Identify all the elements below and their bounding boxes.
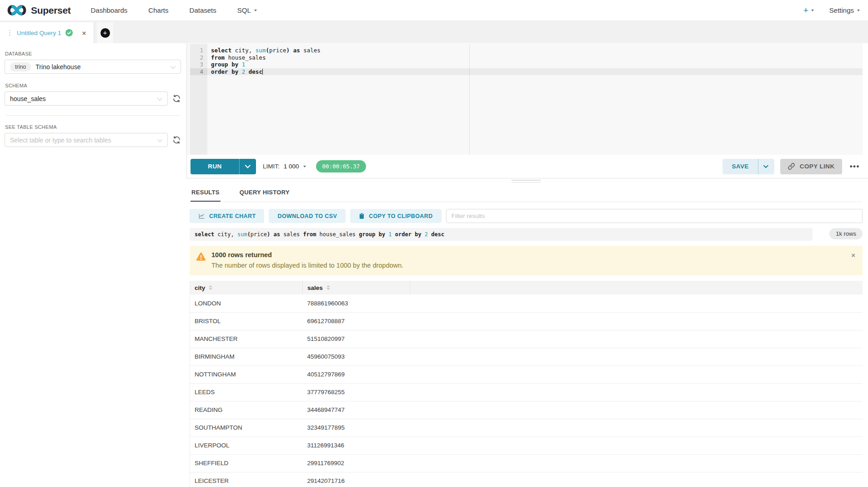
refresh-icon: [172, 136, 181, 144]
table-row: MANCHESTER51510820997: [190, 330, 863, 348]
schema-select[interactable]: house_sales: [5, 91, 168, 106]
cell-city: LONDON: [190, 294, 303, 312]
nav-dashboards[interactable]: Dashboards: [90, 6, 127, 14]
settings-menu[interactable]: Settings: [829, 6, 860, 14]
cell-sales: 69612708887: [303, 312, 410, 330]
save-button-label[interactable]: SAVE: [722, 159, 758, 174]
table-row: SHEFFIELD29911769902: [190, 454, 863, 472]
rows-limit-alert: 1000 rows returned The number of rows di…: [190, 246, 863, 275]
nav-charts[interactable]: Charts: [148, 6, 168, 14]
top-navbar: Superset Dashboards Charts Datasets SQL …: [0, 0, 868, 21]
clipboard-icon: [359, 213, 365, 219]
text-cursor: [262, 69, 263, 75]
sqllab-sidebar: DATABASE trino Trino lakehouse SCHEMA ho…: [0, 43, 186, 487]
table-select[interactable]: Select table or type to search tables: [5, 133, 168, 147]
chevron-down-icon: [245, 162, 251, 168]
cell-sales: 37779768255: [303, 383, 410, 401]
save-button[interactable]: SAVE: [722, 159, 774, 174]
save-options-button[interactable]: [758, 159, 774, 174]
cell-sales: 788861960063: [303, 294, 410, 312]
cell-sales: 34468947747: [303, 401, 410, 419]
row-count-badge: 1k rows: [829, 228, 863, 239]
tab-query-history[interactable]: QUERY HISTORY: [239, 187, 291, 202]
database-label: DATABASE: [5, 51, 181, 56]
query-tab-label: Untitled Query 1: [17, 30, 61, 36]
chevron-down-icon: [763, 163, 768, 168]
download-csv-button[interactable]: DOWNLOAD TO CSV: [269, 209, 346, 223]
chevron-down-icon: [157, 95, 162, 100]
editor-toolbar: RUN LIMIT: 1 000 00:00:05.37 SAVE COPY L…: [187, 155, 868, 178]
refresh-schemas-button[interactable]: [172, 94, 181, 103]
run-button[interactable]: RUN: [191, 159, 256, 174]
code-line[interactable]: 1select city, sum(price) as sales: [190, 47, 863, 54]
tab-untitled-query-1[interactable]: ⋮ Untitled Query 1 ×: [0, 22, 94, 43]
table-row: LONDON788861960063: [190, 294, 863, 312]
nav-sql[interactable]: SQL: [237, 6, 257, 14]
code-line[interactable]: 3group by 1: [190, 61, 863, 68]
copy-clipboard-button[interactable]: COPY TO CLIPBOARD: [350, 209, 441, 223]
chevron-down-icon: [303, 166, 306, 167]
results-table: city sales LONDON788861960063BRISTOL6961…: [190, 281, 863, 487]
add-tab-button[interactable]: +: [100, 28, 110, 38]
column-header-filler: [410, 281, 863, 294]
filter-results-input[interactable]: [446, 209, 863, 223]
refresh-tables-button[interactable]: [172, 136, 181, 144]
chevron-down-icon: [857, 10, 860, 11]
database-engine-tag: trino: [10, 62, 31, 71]
table-row: READING34468947747: [190, 401, 863, 419]
editor-code-lines[interactable]: 1select city, sum(price) as sales2from h…: [190, 47, 863, 75]
column-header-city[interactable]: city: [190, 281, 303, 294]
cell-sales: 45960075093: [303, 348, 410, 365]
warning-icon: [196, 252, 206, 261]
cell-sales: 29911769902: [303, 454, 410, 472]
table-row: LEEDS37779768255: [190, 383, 863, 401]
chevron-down-icon: [157, 137, 162, 142]
query-elapsed-timer: 00:00:05.37: [316, 160, 366, 172]
schema-label: SCHEMA: [5, 83, 181, 88]
cell-city: BRISTOL: [190, 312, 303, 330]
code-line[interactable]: 4order by 2 desc: [190, 68, 863, 76]
database-select-value: Trino lakehouse: [35, 63, 80, 71]
create-chart-button[interactable]: CREATE CHART: [190, 209, 264, 223]
see-table-schema-label: SEE TABLE SCHEMA: [5, 124, 181, 130]
close-tab-icon[interactable]: ×: [82, 29, 86, 37]
cell-filler: [410, 472, 863, 487]
cell-filler: [410, 401, 863, 419]
cell-sales: 29142071716: [303, 472, 410, 487]
plus-icon: +: [803, 6, 808, 15]
more-actions-button[interactable]: •••: [848, 162, 862, 171]
cell-filler: [410, 436, 863, 454]
table-row: BIRMINGHAM45960075093: [190, 348, 863, 365]
cell-city: BIRMINGHAM: [190, 348, 303, 365]
cell-sales: 31126991346: [303, 436, 410, 454]
database-select[interactable]: trino Trino lakehouse: [5, 60, 181, 74]
cell-city: SHEFFIELD: [190, 454, 303, 472]
sort-icon[interactable]: [209, 285, 212, 290]
run-options-button[interactable]: [239, 159, 256, 174]
link-icon: [788, 162, 795, 170]
drag-handle-icon[interactable]: ⋮: [6, 29, 13, 37]
nav-datasets[interactable]: Datasets: [190, 6, 216, 14]
alert-message: The number of rows displayed is limited …: [211, 262, 403, 269]
limit-dropdown[interactable]: LIMIT: 1 000: [263, 163, 306, 170]
cell-city: LEEDS: [190, 383, 303, 401]
sql-editor[interactable]: 1select city, sum(price) as sales2from h…: [187, 44, 863, 155]
code-line[interactable]: 2from house_sales: [190, 54, 863, 61]
column-header-sales[interactable]: sales: [303, 281, 410, 294]
copy-link-button[interactable]: COPY LINK: [780, 159, 842, 174]
line-number: 2: [190, 54, 207, 61]
pane-resize-handle[interactable]: [512, 180, 541, 183]
cell-filler: [410, 454, 863, 472]
cell-filler: [410, 383, 863, 401]
cell-sales: 51510820997: [303, 330, 410, 348]
copy-link-label: COPY LINK: [800, 163, 835, 170]
new-item-button[interactable]: +: [803, 6, 814, 15]
cell-filler: [410, 365, 863, 383]
sort-icon[interactable]: [326, 285, 330, 290]
run-button-label[interactable]: RUN: [191, 159, 239, 174]
table-row: LEICESTER29142071716: [190, 472, 863, 487]
close-alert-icon[interactable]: ×: [851, 252, 855, 259]
cell-filler: [410, 419, 863, 436]
tab-results[interactable]: RESULTS: [191, 187, 221, 202]
superset-logo[interactable]: Superset: [6, 4, 70, 16]
